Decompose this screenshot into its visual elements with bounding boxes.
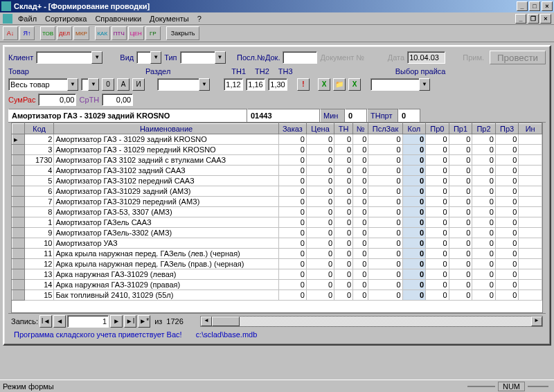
client-combo[interactable]: ▼ <box>36 51 102 64</box>
btn-i[interactable]: И <box>132 78 145 91</box>
menu-file[interactable]: Файл <box>18 15 37 23</box>
row-selector[interactable] <box>12 197 25 207</box>
menu-sort[interactable]: Сортировка <box>45 15 87 23</box>
table-row[interactable]: 11Арка крыла наружная перед. ГАЗель (лев… <box>12 249 542 259</box>
close-form-button[interactable]: Закрыть <box>166 26 200 40</box>
table-row[interactable]: 8Амортизатор ГАЗ-53, 3307 (АМЗ)000000000… <box>12 207 542 217</box>
row-selector[interactable] <box>12 290 25 301</box>
table-row[interactable]: 1Амортизатор ГАЗель СААЗ0000000000 <box>12 217 542 228</box>
table-row[interactable]: 7Амортизатор ГАЗ-31029 передний (АМЗ)000… <box>12 197 542 207</box>
menu-ref[interactable]: Справочники <box>95 15 141 23</box>
scroll-thumb[interactable] <box>212 317 240 326</box>
close-button[interactable]: × <box>542 1 553 11</box>
nav-next-button[interactable]: ► <box>110 315 123 328</box>
row-selector[interactable] <box>12 207 25 217</box>
chevron-down-icon[interactable]: ▼ <box>419 78 430 91</box>
table-row[interactable]: 14Арка наружная ГАЗ-31029 (правая)000000… <box>12 280 542 290</box>
grid-hscroll[interactable]: ◄ ► <box>200 316 543 327</box>
row-selector[interactable] <box>12 228 25 238</box>
tool-mkr[interactable]: МКР <box>73 26 89 40</box>
table-row[interactable]: 10Амортизатор УАЗ0000000000 <box>12 238 542 249</box>
nav-current-input[interactable] <box>67 315 109 328</box>
menu-help[interactable]: ? <box>197 15 202 23</box>
excel-export-2[interactable]: X <box>348 78 361 91</box>
grid-header-ПслЗак[interactable]: ПслЗак <box>368 124 402 134</box>
sort-za-button[interactable]: Я↑ <box>19 26 35 40</box>
row-selector[interactable] <box>12 145 25 155</box>
folder-button[interactable]: 📁 <box>333 78 346 91</box>
row-selector[interactable] <box>12 259 25 269</box>
data-grid[interactable]: КодНаименованиеЗаказЦенаТН№ПслЗакКолПр0П… <box>11 123 543 313</box>
excel-export-1[interactable]: X <box>318 78 330 91</box>
nav-last-button[interactable]: ►І <box>124 315 136 328</box>
nav-new-button[interactable]: ►* <box>138 315 150 328</box>
table-row[interactable]: 6Амортизатор ГАЗ-31029 задний (АМЗ)00000… <box>12 186 542 197</box>
tn2-input[interactable] <box>246 78 265 91</box>
menu-docs[interactable]: Документы <box>150 15 189 23</box>
tn1-input[interactable] <box>224 78 243 91</box>
chevron-down-icon[interactable]: ▼ <box>150 51 161 64</box>
scroll-left-button[interactable]: ◄ <box>201 317 212 326</box>
tip-combo[interactable]: ▼ <box>180 51 226 64</box>
grid-header-Заказ[interactable]: Заказ <box>278 124 306 134</box>
table-row[interactable]: 1730Амортизатор ГАЗ 3102 задний с втулка… <box>12 155 542 166</box>
grid-header-Кол[interactable]: Кол <box>402 124 426 134</box>
grid-header-Наименование[interactable]: Наименование <box>54 124 278 134</box>
grid-header-Пр3[interactable]: Пр3 <box>495 124 519 134</box>
process-button[interactable]: Провести <box>490 51 546 64</box>
table-row[interactable]: 12Арка крыла наружная перед. ГАЗель (пра… <box>12 259 542 269</box>
tool-tov[interactable]: ТОВ <box>40 26 55 40</box>
grid-header-sel[interactable] <box>12 124 25 134</box>
mdi-restore-button[interactable]: ❐ <box>528 14 539 24</box>
table-row[interactable]: 13Арка наружная ГАЗ-31029 (левая)0000000… <box>12 269 542 280</box>
date-input[interactable] <box>407 51 445 64</box>
grid-header-Пр1[interactable]: Пр1 <box>449 124 472 134</box>
row-selector[interactable] <box>12 166 25 176</box>
mdi-minimize-button[interactable]: _ <box>515 14 526 24</box>
minimize-button[interactable]: _ <box>517 1 528 11</box>
table-row[interactable]: 4Амортизатор ГАЗ-3102 задний СААЗ0000000… <box>12 166 542 176</box>
row-selector[interactable] <box>12 155 25 166</box>
row-selector[interactable] <box>12 186 25 197</box>
chevron-down-icon[interactable]: ▼ <box>91 51 102 64</box>
razdel-combo[interactable]: ▼ <box>157 78 210 91</box>
srtn-input[interactable] <box>102 93 133 106</box>
tool-ptch[interactable]: ПТЧ <box>111 26 127 40</box>
grid-header-Пр0[interactable]: Пр0 <box>426 124 449 134</box>
table-row[interactable]: 9Амортизатор ГАЗель-3302 (АМЗ)0000000000 <box>12 228 542 238</box>
price-combo[interactable]: ▼ <box>370 78 430 91</box>
tool-kak[interactable]: КАК <box>95 26 110 40</box>
grid-header-Ин[interactable]: Ин <box>519 124 542 134</box>
posldok-input[interactable] <box>283 51 317 64</box>
row-selector[interactable] <box>12 176 25 186</box>
nav-first-button[interactable]: І◄ <box>39 315 52 328</box>
scroll-right-button[interactable]: ► <box>531 317 542 326</box>
table-row[interactable]: 3Амортизатор ГАЗ - 31029 передний KROSNO… <box>12 145 542 155</box>
tovar-sub-combo[interactable]: ▼ <box>81 78 99 91</box>
maximize-button[interactable]: □ <box>529 1 540 11</box>
grid-header-Цена[interactable]: Цена <box>306 124 334 134</box>
app-menu-icon[interactable] <box>3 14 12 24</box>
tool-del[interactable]: ДЕЛ <box>57 26 72 40</box>
vid-combo[interactable]: ▼ <box>136 51 161 64</box>
row-selector[interactable] <box>12 269 25 280</box>
tn3-input[interactable] <box>268 78 287 91</box>
chevron-down-icon[interactable]: ▼ <box>199 78 210 91</box>
tool-gr[interactable]: ГР <box>145 26 161 40</box>
tovar-combo[interactable]: ▼ <box>8 78 78 91</box>
row-selector[interactable]: ▸ <box>12 134 25 145</box>
tool-cen[interactable]: ЦЕН <box>128 26 144 40</box>
sumras-input[interactable] <box>38 93 76 106</box>
table-row[interactable]: 15Бак топливный 2410, 31029 (55л)0000000… <box>12 290 542 301</box>
row-selector[interactable] <box>12 280 25 290</box>
chevron-down-icon[interactable]: ▼ <box>67 78 78 91</box>
table-row[interactable]: 5Амортизатор ГАЗ-3102 передний СААЗ00000… <box>12 176 542 186</box>
chevron-down-icon[interactable]: ▼ <box>88 78 99 91</box>
chevron-down-icon[interactable]: ▼ <box>215 51 226 64</box>
grid-header-№[interactable]: № <box>353 124 368 134</box>
btn-a[interactable]: А <box>117 78 129 91</box>
alert-button[interactable]: ! <box>297 78 310 91</box>
grid-header-Код[interactable]: Код <box>24 124 54 134</box>
mdi-close-button[interactable]: × <box>540 14 551 24</box>
sort-az-button[interactable]: А↓ <box>3 26 18 40</box>
